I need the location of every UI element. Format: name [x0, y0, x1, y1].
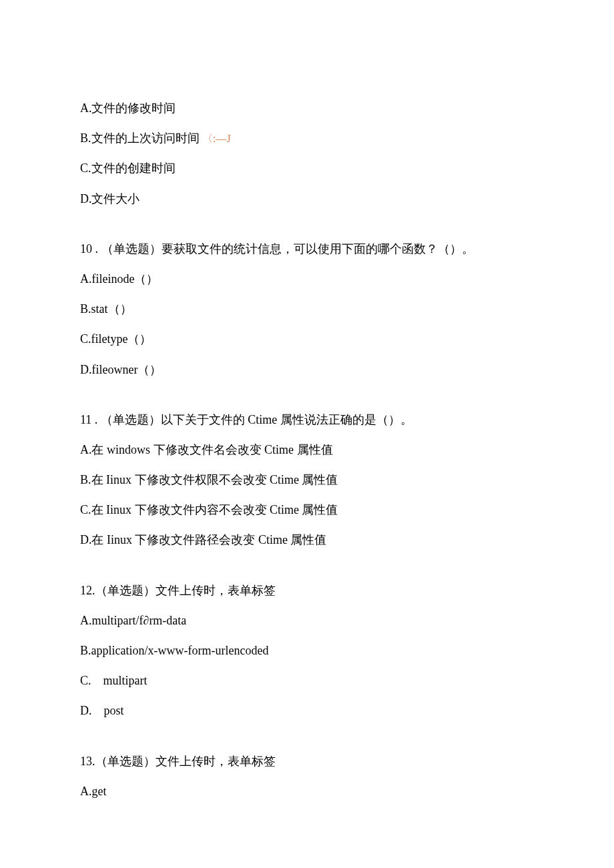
q9-option-a: A.文件的修改时间 — [80, 100, 534, 117]
q10-option-d: D.fileowner（） — [80, 362, 534, 378]
q9-option-b-text: B.文件的上次访问时间 — [80, 131, 202, 145]
q10-option-c: C.filetype（） — [80, 331, 534, 348]
q12-stem: 12.（单选题）文件上传时，表单标签 — [80, 582, 534, 599]
q11-option-b: B.在 Iinux 下修改文件权限不会改变 Ctime 属性值 — [80, 472, 534, 488]
spacer — [80, 392, 534, 412]
q10-stem: 10 . （单选题）要获取文件的统计信息，可以使用下面的哪个函数？（）。 — [80, 241, 534, 258]
q13-option-a: A.get — [80, 783, 534, 800]
q12-option-d: D. post — [80, 703, 534, 719]
q11-option-a: A.在 windows 下修改文件名会改变 Ctime 属性值 — [80, 442, 534, 458]
q10-option-a: A.fileinode（） — [80, 271, 534, 288]
q9-option-c: C.文件的创建时间 — [80, 160, 534, 177]
q11-option-d: D.在 Iinux 下修改文件路径会改变 Ctime 属性值 — [80, 532, 534, 548]
q11-stem: 11 . （单选题）以下关于文件的 Ctime 属性说法正确的是（）。 — [80, 412, 534, 428]
q12-option-a: A.multipart/f∂rm-data — [80, 612, 534, 629]
q11-option-c: C.在 Iinux 下修改文件内容不会改变 Ctime 属性值 — [80, 502, 534, 518]
q9-option-b-annotation: 〈:—J — [202, 133, 231, 144]
q10-option-b: B.stat（） — [80, 301, 534, 318]
q12-option-b: B.application/x-www-form-urlencoded — [80, 642, 534, 659]
spacer — [80, 562, 534, 582]
q13-stem: 13.（单选题）文件上传时，表单标签 — [80, 753, 534, 770]
spacer — [80, 221, 534, 241]
q9-option-d: D.文件大小 — [80, 191, 534, 207]
spacer — [80, 733, 534, 753]
q12-option-c: C. multipart — [80, 673, 534, 689]
q9-option-b: B.文件的上次访问时间 〈:—J — [80, 130, 534, 147]
